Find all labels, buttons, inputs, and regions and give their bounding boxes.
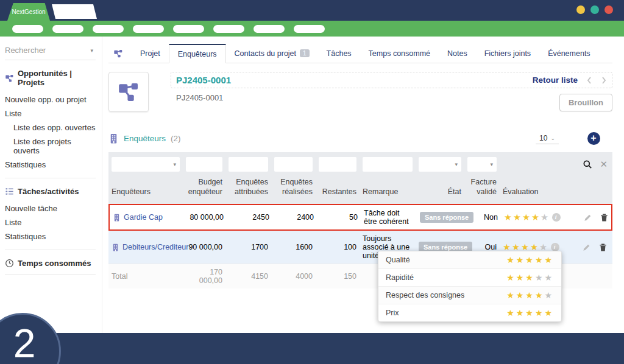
sidebar-item-statistiques-taches[interactable]: Statistiques — [5, 229, 96, 243]
project-code: PJ2405-0001 — [176, 75, 231, 85]
total-attribuees: 4150 — [225, 268, 271, 285]
sidebar-search-placeholder: Rechercher — [5, 46, 46, 55]
col-budget[interactable]: Budgetenquêteur — [183, 173, 225, 201]
rating-stars: ★★★★★ — [506, 255, 554, 265]
sidebar-item-nouvelle-tache[interactable]: Nouvelle tâche — [5, 201, 96, 215]
tab-enqueteurs[interactable]: Enquêteurs — [169, 44, 226, 63]
sidebar-section-title: Tâches/activités — [18, 187, 79, 196]
nav-pill-7[interactable] — [254, 25, 285, 33]
chevron-down-icon: ⌄ — [550, 135, 555, 141]
sidebar-section-title: Temps consommés — [18, 259, 91, 268]
tab-taches[interactable]: Tâches — [318, 44, 360, 63]
filter-input-remarque[interactable] — [363, 157, 413, 172]
col-attribuees[interactable]: Enquêtesattribuées — [225, 173, 271, 201]
table-row-gardie-cap[interactable]: Gardie Cap 80 000,00 2450 2400 50 Tâche … — [108, 204, 612, 231]
tab-label: Notes — [447, 49, 467, 58]
delete-icon[interactable] — [600, 213, 609, 222]
sidebar-item-liste-projets-ouverts[interactable]: Liste des projets ouverts — [5, 135, 96, 158]
nav-pill-8[interactable] — [294, 25, 325, 33]
col-remarque[interactable]: Remarque — [360, 173, 416, 201]
nav-pill-2[interactable] — [52, 25, 83, 33]
cell-attribuees: 1700 — [225, 235, 271, 259]
tab-projet[interactable]: Projet — [132, 44, 169, 63]
sidebar: Rechercher ▾ Opportunités | Projets Nouv… — [0, 37, 102, 333]
edit-icon[interactable] — [582, 243, 591, 252]
sidebar-item-nouvelle-opp[interactable]: Nouvelle opp. ou projet — [5, 93, 96, 107]
back-to-list-link[interactable]: Retour liste — [533, 75, 578, 85]
total-restantes: 150 — [316, 268, 360, 285]
secondary-tab[interactable] — [52, 4, 97, 19]
sidebar-item-liste[interactable]: Liste — [5, 107, 96, 121]
col-enqueteurs[interactable]: Enquêteurs — [108, 173, 183, 201]
cell-realisees: 2400 — [272, 205, 317, 229]
tab-fichiers-joints[interactable]: Fichiers joints — [476, 44, 539, 63]
clear-filters-icon[interactable]: ✕ — [600, 159, 608, 170]
tab-contacts[interactable]: Contacts du projet 1 — [226, 44, 318, 63]
filter-input-budget[interactable] — [186, 157, 222, 172]
app-window: NextGestion Rechercher ▾ Opportunités | … — [0, 0, 624, 364]
cell-restantes: 100 — [316, 235, 360, 259]
nav-pill-6[interactable] — [213, 25, 244, 33]
page-size-select[interactable]: 10 ⌄ — [536, 133, 559, 144]
filter-select-enqueteurs[interactable]: ▾ — [112, 157, 180, 172]
prev-record-icon[interactable] — [586, 76, 592, 85]
next-record-icon[interactable] — [601, 76, 607, 85]
maximize-button[interactable] — [590, 5, 599, 14]
col-facture[interactable]: Facturevalidé — [464, 173, 500, 201]
col-etat[interactable]: État — [416, 173, 464, 201]
rating-detail-popup: Qualité ★★★★★ Rapidité ★★★★★ Respect des… — [378, 251, 562, 322]
search-icon[interactable] — [583, 159, 592, 169]
clock-icon — [5, 259, 14, 268]
filter-input-attribuees[interactable] — [229, 157, 268, 172]
nodes-icon — [117, 80, 140, 103]
tab-label: Fichiers joints — [484, 49, 531, 58]
section-count: (2) — [171, 134, 181, 143]
tab-temps-consomme[interactable]: Temps consommé — [360, 44, 439, 63]
minimize-button[interactable] — [576, 5, 585, 14]
plus-icon: + — [587, 132, 600, 145]
rating-label: Qualité — [386, 256, 410, 264]
sidebar-section-header: Tâches/activités — [5, 187, 96, 196]
sidebar-item-liste-taches[interactable]: Liste — [5, 215, 96, 229]
filter-input-restantes[interactable] — [319, 157, 356, 172]
tab-label: Temps consommé — [369, 49, 430, 58]
add-enqueteur-button[interactable]: + — [575, 130, 612, 146]
enqueteur-link[interactable]: Debiteurs/Crediteur — [112, 243, 188, 251]
tab-evenements[interactable]: Événements — [539, 44, 598, 63]
tab-notes[interactable]: Notes — [439, 44, 476, 63]
nav-pill-5[interactable] — [173, 25, 204, 33]
cell-facture: Non — [466, 205, 501, 229]
status-badge-brouillon[interactable]: Brouillon — [559, 94, 612, 111]
sidebar-search-select[interactable]: Rechercher ▾ — [5, 44, 96, 60]
cell-realisees: 1600 — [271, 235, 316, 259]
rating-label: Rapidité — [386, 273, 414, 282]
total-realisees: 4000 — [271, 268, 316, 285]
table-header-area: ▾ ▾ ▾ ✕ Enquêteurs B — [108, 152, 612, 204]
project-title-editable[interactable]: PJ2405-0001 Retour liste — [171, 72, 612, 88]
col-realisees[interactable]: Enquêtesréalisées — [271, 173, 316, 201]
col-evaluation[interactable]: Évaluation — [500, 173, 573, 201]
sidebar-section-header[interactable]: Temps consommés — [5, 259, 96, 268]
enqueteur-link[interactable]: Gardie Cap — [113, 213, 163, 222]
total-budget: 170 000,00 — [183, 264, 225, 289]
rating-stars[interactable]: ★★★★★i — [504, 212, 561, 222]
col-restantes[interactable]: Restantes — [316, 173, 360, 201]
rating-stars: ★★★★★ — [506, 290, 554, 300]
delete-icon[interactable] — [598, 243, 608, 252]
brand-tab[interactable]: NextGestion — [7, 3, 50, 21]
nav-pill-4[interactable] — [133, 25, 164, 33]
project-header: PJ2405-0001 Retour liste PJ2405-0001 Bro… — [108, 72, 612, 112]
filter-select-facture[interactable]: ▾ — [467, 157, 497, 172]
filter-row: ▾ ▾ ▾ ✕ — [108, 156, 612, 173]
close-button[interactable] — [604, 5, 613, 14]
filter-input-realisees[interactable] — [274, 157, 313, 172]
sidebar-item-liste-opp-ouvertes[interactable]: Liste des opp. ouvertes — [5, 121, 96, 135]
nav-pill-3[interactable] — [93, 25, 124, 33]
nav-pill-1[interactable] — [12, 25, 43, 33]
tab-label: Événements — [548, 49, 590, 58]
info-icon[interactable]: i — [552, 213, 561, 222]
nodes-icon — [5, 74, 14, 83]
edit-icon[interactable] — [583, 213, 592, 222]
filter-select-etat[interactable]: ▾ — [419, 157, 461, 172]
sidebar-item-statistiques[interactable]: Statistiques — [5, 158, 96, 172]
